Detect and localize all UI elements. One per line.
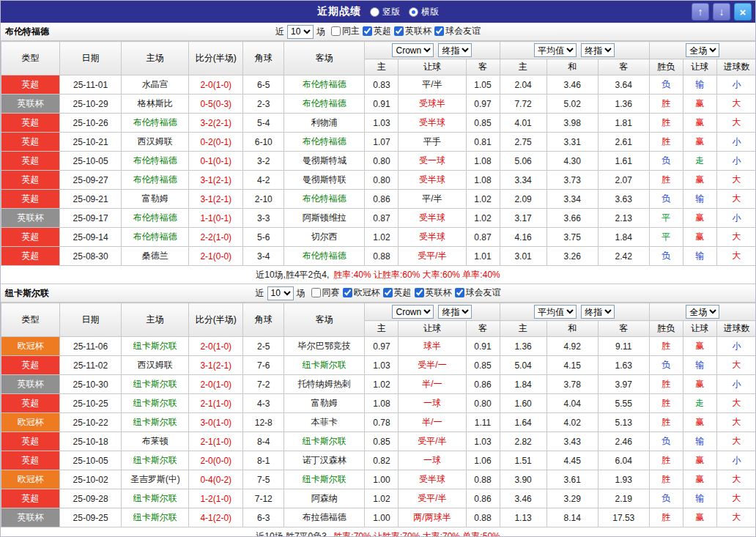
match-row: 英超25-11-02西汉姆联3-1(2-1)7-6纽卡斯尔联1.03受半/一0.… [1, 356, 756, 375]
bookmaker-select[interactable]: Crown [392, 43, 434, 57]
goals-outcome: 大 [716, 413, 756, 432]
league-badge: 英超 [1, 171, 60, 190]
euro-away-odds: 1.63 [598, 356, 649, 375]
brentford-filter-bar: 布伦特福德 近 10 场 同主英超英联杯球会友谊 [1, 23, 755, 41]
match-date: 25-10-18 [60, 432, 122, 451]
layout-radio-horizontal[interactable]: 横版 [409, 6, 439, 18]
filter-checkbox-英超[interactable]: 英超 [383, 286, 412, 299]
league-badge: 英联杯 [1, 209, 60, 228]
asian-home-odds: 0.80 [365, 152, 399, 171]
euro-away-odds: 9.11 [598, 337, 649, 356]
score: 1-2(1-0) [189, 489, 243, 508]
score: 3-1(2-1) [189, 171, 243, 190]
match-date: 25-11-06 [60, 337, 122, 356]
match-count-select[interactable]: 10 [287, 25, 314, 39]
asian-handicap: 平/半 [399, 75, 466, 95]
score: 3-1(2-1) [189, 190, 243, 209]
asian-home-odds: 1.02 [365, 228, 399, 247]
filter-checkbox-同主[interactable]: 同主 [331, 25, 360, 37]
euro-away-odds: 1.61 [598, 152, 649, 171]
asian-away-odds: 0.85 [466, 114, 500, 133]
filter-checkbox-英联杯[interactable]: 英联杯 [394, 25, 431, 37]
league-badge: 英超 [1, 228, 60, 247]
euro-draw-odds: 4.15 [546, 356, 598, 375]
goals-outcome: 大 [716, 489, 756, 508]
handicap-outcome: 走 [683, 394, 716, 413]
layout-radio-vertical[interactable]: 竖版 [370, 6, 400, 18]
down-button[interactable]: ↓ [713, 3, 730, 21]
filter-checkbox-同赛[interactable]: 同赛 [311, 286, 340, 299]
scope-select[interactable]: 全场 [686, 43, 719, 57]
asian-away-odds: 0.86 [466, 375, 500, 394]
euro-away-odds: 5.13 [598, 413, 649, 432]
sub-header-handicap-result: 让球 [683, 321, 716, 337]
asian-handicap: 平/半 [399, 190, 466, 209]
goals-outcome: 大 [716, 356, 756, 375]
filter-checkbox-欧冠杯[interactable]: 欧冠杯 [343, 286, 380, 299]
corners: 7-5 [243, 470, 284, 489]
handicap-outcome: 赢 [683, 209, 716, 228]
checkbox-input[interactable] [434, 26, 444, 36]
handicap-outcome: 走 [683, 152, 716, 171]
euro-draw-odds: 3.43 [546, 432, 598, 451]
euro-away-odds: 17.53 [598, 508, 649, 527]
up-button[interactable]: ↑ [692, 3, 709, 21]
filter-checkbox-球会友谊[interactable]: 球会友谊 [455, 286, 501, 299]
away-team: 托特纳姆热刺 [284, 375, 365, 394]
checkbox-input[interactable] [331, 26, 341, 36]
result-outcome: 平 [649, 209, 683, 228]
radio-horizontal-label: 横版 [421, 6, 439, 18]
asian-final-select[interactable]: 终指 [438, 305, 472, 319]
league-badge: 英超 [1, 394, 60, 413]
checkbox-input[interactable] [343, 288, 352, 297]
asian-away-odds: 1.01 [466, 247, 500, 266]
checkbox-input[interactable] [383, 288, 393, 297]
checkbox-label: 英超 [374, 25, 391, 37]
scope-select[interactable]: 全场 [686, 305, 719, 319]
asian-home-odds: 1.00 [365, 508, 399, 527]
sub-header-euro-home: 主 [500, 59, 546, 75]
asian-handicap: 受半球 [399, 209, 466, 228]
handicap-outcome: 输 [683, 190, 716, 209]
checkbox-input[interactable] [415, 288, 424, 297]
checkbox-input[interactable] [311, 288, 321, 297]
filter-checkbox-英联杯[interactable]: 英联杯 [415, 286, 452, 299]
asian-handicap: 半/一 [399, 375, 466, 394]
result-outcome: 负 [649, 75, 683, 95]
result-outcome: 胜 [649, 171, 683, 190]
match-count-select[interactable]: 10 [267, 286, 294, 300]
match-row: 英超25-09-21富勒姆3-1(2-1)2-10布伦特福德0.86平/半1.0… [1, 190, 756, 209]
away-team: 布伦特福德 [284, 133, 365, 152]
result-outcome: 胜 [649, 394, 683, 413]
euro-home-odds: 2.75 [500, 133, 546, 152]
result-outcome: 胜 [649, 470, 683, 489]
asian-home-odds: 0.80 [365, 171, 399, 190]
euro-away-odds: 3.63 [598, 190, 649, 209]
asian-final-select[interactable]: 终指 [438, 43, 472, 57]
euro-final-select[interactable]: 终指 [581, 43, 615, 57]
sub-header-result: 胜负 [649, 59, 683, 75]
close-button[interactable]: × [734, 3, 752, 21]
filter-checkbox-球会友谊[interactable]: 球会友谊 [434, 25, 481, 37]
radio-selected-icon[interactable] [409, 7, 418, 17]
goals-outcome: 大 [716, 508, 756, 527]
euro-final-select[interactable]: 终指 [581, 305, 615, 319]
match-date: 25-09-25 [60, 508, 122, 527]
filter-checkbox-英超[interactable]: 英超 [363, 25, 391, 37]
away-team: 阿斯顿维拉 [284, 209, 365, 228]
bookmaker-select[interactable]: Crown [392, 305, 434, 319]
checkbox-input[interactable] [394, 26, 404, 36]
euro-odds-group-header: 平均值 终指 [500, 42, 649, 59]
match-row: 英超25-09-14布伦特福德2-2(1-0)5-6切尔西1.02受半球0.87… [1, 228, 756, 247]
radio-unselected-icon[interactable] [370, 7, 379, 17]
euro-away-odds: 5.55 [598, 394, 649, 413]
corners: 5-6 [243, 228, 284, 247]
average-select[interactable]: 平均值 [534, 305, 577, 319]
checkbox-input[interactable] [455, 288, 464, 297]
average-select[interactable]: 平均值 [534, 43, 577, 57]
sub-header-goals: 进球数 [716, 321, 756, 337]
asian-home-odds: 1.03 [365, 356, 399, 375]
asian-home-odds: 0.86 [365, 190, 399, 209]
checkbox-input[interactable] [363, 26, 372, 36]
sub-header-euro-home: 主 [500, 321, 546, 337]
